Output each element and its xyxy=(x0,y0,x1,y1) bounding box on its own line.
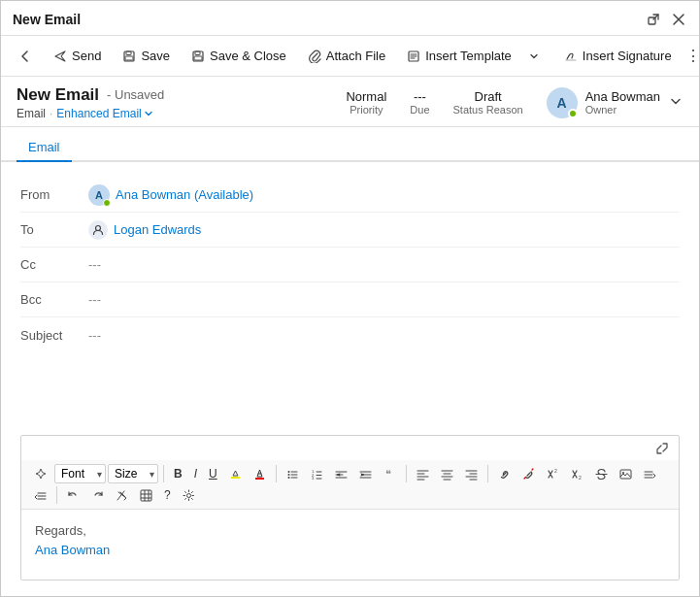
priority-value: Normal xyxy=(346,89,386,104)
et-undo-button[interactable] xyxy=(62,486,84,505)
et-numbered-list-button[interactable]: 1.2.3. xyxy=(306,465,328,483)
et-font-color-button[interactable] xyxy=(249,465,271,483)
template-dropdown-button[interactable] xyxy=(523,46,545,67)
cc-field[interactable]: --- xyxy=(88,257,680,272)
info-bar: New Email - Unsaved Email · Enhanced Ema… xyxy=(1,77,699,127)
et-link-button[interactable] xyxy=(493,465,516,483)
svg-point-8 xyxy=(96,225,101,230)
et-ltr-button[interactable] xyxy=(639,465,661,483)
owner-dropdown-button[interactable] xyxy=(668,93,683,112)
size-select-wrap[interactable]: Size xyxy=(108,464,158,483)
et-superscript-button[interactable]: 2 xyxy=(542,465,564,483)
et-ai-button[interactable] xyxy=(29,464,52,483)
svg-text:2: 2 xyxy=(579,475,582,481)
et-increase-indent-button[interactable] xyxy=(354,465,377,483)
svg-rect-9 xyxy=(231,477,240,479)
email-window: New Email Send Save Save & Close xyxy=(0,0,700,597)
et-settings-button[interactable] xyxy=(178,486,200,505)
cc-row: Cc --- xyxy=(20,248,680,282)
to-contact-icon xyxy=(88,220,108,240)
due-label: Due xyxy=(410,104,429,116)
bcc-field[interactable]: --- xyxy=(88,292,680,307)
popout-button[interactable] xyxy=(643,9,664,30)
to-row: To Logan Edwards xyxy=(20,213,680,248)
et-quote-button[interactable]: ❝ xyxy=(379,465,401,483)
svg-point-13 xyxy=(287,477,289,479)
owner-status-indicator xyxy=(568,109,578,118)
insert-signature-button[interactable]: Insert Signature xyxy=(554,43,682,69)
et-highlight-button[interactable] xyxy=(224,465,247,483)
et-clear-format-button[interactable] xyxy=(111,486,133,505)
et-decrease-indent-button[interactable] xyxy=(330,465,352,483)
owner-name: Ana Bowman xyxy=(585,89,660,104)
from-row: From A Ana Bowman (Available) xyxy=(20,178,680,213)
et-table-button[interactable] xyxy=(135,486,157,505)
et-italic-button[interactable]: I xyxy=(189,464,202,483)
expand-row xyxy=(21,436,679,460)
et-bullet-list-button[interactable] xyxy=(282,465,304,483)
svg-rect-22 xyxy=(141,490,151,501)
from-label: From xyxy=(20,187,88,202)
owner-role: Owner xyxy=(585,104,660,116)
svg-rect-10 xyxy=(255,478,264,480)
from-field[interactable]: A Ana Bowman (Available) xyxy=(88,184,680,206)
cc-label: Cc xyxy=(20,257,88,272)
save-close-button[interactable]: Save & Close xyxy=(182,43,296,69)
window-controls xyxy=(643,9,689,30)
et-redo-button[interactable] xyxy=(86,486,109,505)
status-label: Status Reason xyxy=(453,104,523,116)
save-button[interactable]: Save xyxy=(113,43,180,69)
tab-email[interactable]: Email xyxy=(17,132,72,162)
subject-label: Subject xyxy=(20,328,88,343)
et-bold-button[interactable]: B xyxy=(169,464,187,483)
record-metadata: Normal Priority --- Due Draft Status Rea… xyxy=(346,89,522,116)
window-title: New Email xyxy=(13,12,81,27)
form-selector[interactable]: Enhanced Email xyxy=(56,107,152,120)
attach-file-button[interactable]: Attach File xyxy=(298,43,395,69)
et-align-left-button[interactable] xyxy=(412,465,434,483)
status-value: Draft xyxy=(475,89,502,104)
editor-toolbar: Font Size B I U xyxy=(21,460,679,510)
bcc-row: Bcc --- xyxy=(20,282,680,317)
insert-template-button[interactable]: Insert Template xyxy=(397,43,521,69)
et-rtl-button[interactable] xyxy=(29,486,51,505)
to-field[interactable]: Logan Edwards xyxy=(88,220,680,240)
svg-text:2: 2 xyxy=(554,468,557,474)
back-button[interactable] xyxy=(9,44,42,69)
expand-editor-button[interactable] xyxy=(651,440,673,460)
priority-label: Priority xyxy=(350,104,383,116)
parent-form[interactable]: Email xyxy=(17,107,46,120)
to-label: To xyxy=(20,222,88,237)
owner-avatar: A xyxy=(547,87,578,118)
status-field: Draft Status Reason xyxy=(453,89,523,116)
subject-field[interactable]: --- xyxy=(88,328,680,343)
due-field: --- Due xyxy=(410,89,429,116)
from-status-indicator xyxy=(103,199,111,207)
et-help-button[interactable]: ? xyxy=(159,485,176,505)
email-body-editor[interactable]: Font Size B I U xyxy=(20,435,680,580)
record-title: New Email - Unsaved xyxy=(17,85,322,105)
svg-point-23 xyxy=(186,493,190,497)
et-subscript-button[interactable]: 2 xyxy=(566,465,588,483)
font-select-wrap[interactable]: Font xyxy=(54,464,106,483)
email-body-content[interactable]: Regards, Ana Bowman xyxy=(21,510,679,580)
et-strikethrough-button[interactable] xyxy=(590,465,613,483)
et-unlink-button[interactable] xyxy=(517,465,540,483)
close-button[interactable] xyxy=(668,9,689,30)
et-align-center-button[interactable] xyxy=(436,465,458,483)
email-form: From A Ana Bowman (Available) To Logan E… xyxy=(1,162,699,427)
et-underline-button[interactable]: U xyxy=(204,464,222,483)
et-align-right-button[interactable] xyxy=(460,465,483,483)
size-select[interactable]: Size xyxy=(108,464,158,483)
svg-text:❝: ❝ xyxy=(384,468,390,480)
tab-bar: Email xyxy=(1,127,699,162)
more-options-button[interactable]: ⋮ xyxy=(685,43,700,70)
priority-field: Normal Priority xyxy=(346,89,386,116)
et-image-button[interactable] xyxy=(615,465,637,483)
title-bar: New Email xyxy=(1,1,699,36)
bcc-label: Bcc xyxy=(20,292,88,307)
font-select[interactable]: Font xyxy=(54,464,106,483)
send-button[interactable]: Send xyxy=(44,43,111,69)
from-avatar: A xyxy=(88,184,110,206)
svg-rect-6 xyxy=(194,56,202,60)
